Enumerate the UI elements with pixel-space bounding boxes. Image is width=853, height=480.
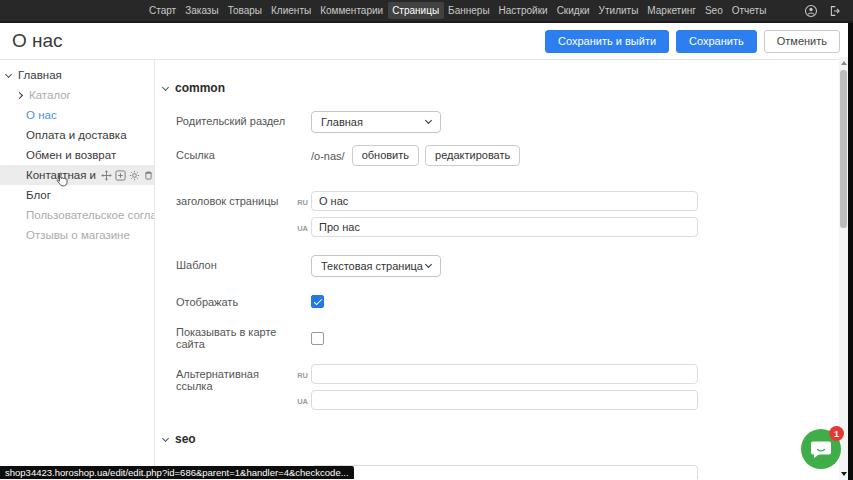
chevron-down-icon [425,117,432,124]
chevron-right-icon[interactable] [16,91,23,98]
save-button[interactable]: Сохранить [676,30,757,53]
cancel-button[interactable]: Отменить [764,30,840,53]
menu-item-discounts[interactable]: Скидки [552,2,594,19]
menu-item-settings[interactable]: Настройки [494,2,552,19]
tree-item-user-agreement[interactable]: Пользовательское соглашение [0,205,154,225]
gear-icon[interactable] [129,170,140,181]
sitemap-label: Показывать в карте сайта [176,326,294,350]
page-title-ua-input[interactable] [311,217,698,237]
lang-ru-badge: RU [294,364,308,384]
chevron-down-icon[interactable] [5,70,12,77]
chat-widget-button[interactable]: 1 [801,429,841,469]
sitemap-row: Показывать в карте сайта [155,326,853,350]
html-title-ru-input[interactable] [311,465,698,479]
section-seo-header[interactable]: seo [163,432,853,446]
page-title: О нас [12,30,63,52]
tree-item-home[interactable]: Главная [0,65,154,85]
sitemap-checkbox[interactable] [311,332,324,345]
main-menu: Старт Заказы Товары Клиенты Комментарии … [145,2,771,19]
screen-edge-strip [848,23,853,480]
tree-item-store-reviews[interactable]: Отзывы о магазине [0,225,154,245]
chat-unread-badge: 1 [829,426,844,441]
template-select[interactable]: Текстовая страница [311,255,441,277]
tree-item-exchange-return[interactable]: Обмен и возврат [0,145,154,165]
link-edit-button[interactable]: редактировать [425,145,520,166]
menu-item-start[interactable]: Старт [145,2,181,19]
section-common-header[interactable]: common [163,81,853,95]
pages-tree-sidebar: Главная Каталог О нас Оплата и доставка … [0,60,155,479]
lang-ru-badge: RU [294,191,308,211]
save-and-exit-button[interactable]: Сохранить и выйти [545,30,669,53]
parent-section-row: Родительский раздел Главная [155,111,853,133]
link-row: Ссылка /o-nas/ обновить редактировать [155,145,853,166]
tree-item-actions [101,170,154,181]
tree-item-contact-info[interactable]: Контактная инфор [0,165,154,185]
template-label: Шаблон [176,255,294,271]
page-title-row: заголовок страницы RU UA [155,191,853,237]
tree-item-about-us[interactable]: О нас [0,105,154,125]
move-icon[interactable] [101,170,112,181]
menu-item-orders[interactable]: Заказы [181,2,223,19]
page-title-label: заголовок страницы [176,191,294,207]
chevron-down-icon [162,434,169,441]
link-path-value: /o-nas/ [311,145,345,162]
menu-item-comments[interactable]: Комментарии [316,2,388,19]
page-edit-form: common Родительский раздел Главная Ссылк… [155,60,853,479]
menu-item-utilities[interactable]: Утилиты [594,2,643,19]
chevron-down-icon [425,261,432,268]
account-icon[interactable] [804,4,818,18]
menu-item-seo[interactable]: Seo [700,2,727,19]
display-row: Отображать [155,295,853,308]
alt-link-ru-input[interactable] [311,364,698,384]
scrollbar-thumb[interactable] [840,70,847,228]
trash-icon[interactable] [143,170,154,181]
add-subpage-icon[interactable] [115,170,126,181]
page-title-ru-input[interactable] [311,191,698,211]
alt-link-label: Альтернативная ссылка [176,364,294,392]
chevron-down-icon [162,83,169,90]
menu-item-clients[interactable]: Клиенты [267,2,316,19]
display-checkbox[interactable] [311,295,324,308]
scroll-up-arrow-icon[interactable] [841,61,847,65]
menu-item-reports[interactable]: Отчеты [727,2,771,19]
top-navigation-bar: HOROSHOP V4 shop34423.horoshop.ua Старт … [0,0,853,23]
vertical-scrollbar[interactable] [839,57,848,480]
lang-ua-badge: UA [294,217,308,237]
alt-link-row: Альтернативная ссылка RU UA [155,364,853,410]
logout-icon[interactable] [827,4,841,18]
status-url-tooltip: shop34423.horoshop.ua/edit/edit.php?id=6… [0,466,354,479]
tree-item-catalog[interactable]: Каталог [0,85,154,105]
link-refresh-button[interactable]: обновить [352,145,419,166]
tree-item-blog[interactable]: Блог [0,185,154,205]
menu-item-products[interactable]: Товары [223,2,266,19]
link-label: Ссылка [176,145,294,161]
menu-item-marketing[interactable]: Маркетинг [643,2,701,19]
parent-section-select[interactable]: Главная [311,111,441,133]
lang-ua-badge: UA [294,390,308,410]
scroll-down-arrow-icon[interactable] [841,472,847,476]
header-actions: Сохранить и выйти Сохранить Отменить [545,30,840,53]
parent-section-label: Родительский раздел [176,111,294,127]
menu-item-pages[interactable]: Страницы [388,2,444,19]
menu-item-banners[interactable]: Баннеры [444,2,494,19]
display-label: Отображать [176,296,294,308]
tree-item-payment-delivery[interactable]: Оплата и доставка [0,125,154,145]
template-row: Шаблон Текстовая страница [155,255,853,277]
alt-link-ua-input[interactable] [311,390,698,410]
